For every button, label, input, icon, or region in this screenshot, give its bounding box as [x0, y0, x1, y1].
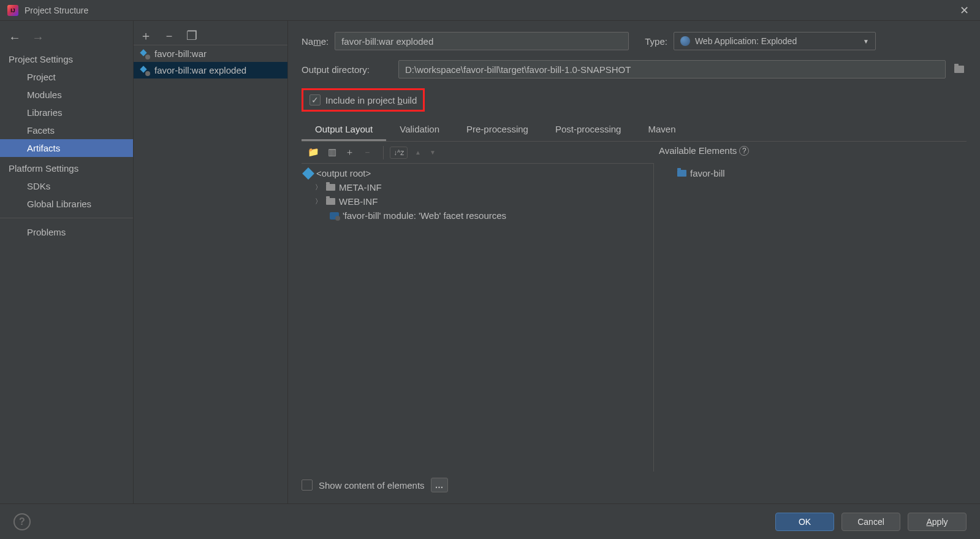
forward-arrow-icon[interactable]: → — [32, 31, 44, 45]
sidebar-item-problems[interactable]: Problems — [0, 223, 133, 241]
main-area: ← → Project Settings Project Modules Lib… — [0, 21, 980, 503]
new-archive-icon[interactable]: ▥ — [327, 145, 338, 159]
show-content-label: Show content of elements — [319, 480, 425, 491]
type-label: Type: — [645, 36, 667, 47]
artifact-list: favor-bill:war favor-bill:war exploded — [134, 45, 287, 503]
web-inf-label: WEB-INF — [339, 196, 378, 207]
new-folder-icon[interactable]: 📁 — [306, 145, 321, 159]
artifact-icon — [140, 49, 150, 59]
tab-maven[interactable]: Maven — [634, 119, 689, 141]
help-button[interactable]: ? — [13, 513, 31, 530]
platform-settings-header: Platform Settings — [0, 157, 133, 177]
browse-folder-icon[interactable] — [952, 62, 967, 77]
sidebar-item-artifacts[interactable]: Artifacts — [0, 139, 133, 157]
sort-icon[interactable]: ↓ᴬᴢ — [390, 147, 408, 159]
artifact-tabs: Output Layout Validation Pre-processing … — [302, 119, 967, 142]
output-tree[interactable]: <output root> 〉 META-INF 〉 WEB-INF 'favo… — [302, 164, 654, 472]
artifact-list-toolbar: ＋ － ❐ — [134, 21, 287, 45]
tab-validation[interactable]: Validation — [386, 119, 453, 141]
folder-icon — [326, 198, 335, 205]
move-up-icon[interactable]: ▲ — [414, 148, 422, 157]
add-copy-icon[interactable]: ＋ — [344, 145, 355, 159]
type-select[interactable]: Web Application: Exploded ▼ — [674, 32, 876, 50]
output-dir-row: Output directory: — [302, 60, 967, 78]
available-elements-header: Available Elements ? — [656, 145, 964, 156]
available-elements-tree[interactable]: favor-bill — [654, 164, 967, 472]
sidebar: ← → Project Settings Project Modules Lib… — [0, 21, 134, 503]
artifact-icon — [140, 66, 150, 75]
ok-button[interactable]: OK — [775, 513, 834, 531]
remove-output-icon[interactable]: － — [362, 145, 373, 159]
name-input[interactable] — [335, 32, 629, 50]
module-folder-icon — [677, 170, 686, 177]
remove-icon[interactable]: － — [163, 29, 175, 42]
sidebar-item-project[interactable]: Project — [0, 68, 133, 86]
globe-icon — [680, 36, 690, 46]
include-in-build-checkbox[interactable]: ✓ — [310, 94, 321, 105]
dialog-footer: ? OK Cancel Apply — [0, 503, 980, 539]
intellij-icon: IJ — [7, 5, 18, 16]
name-label: Name: — [302, 36, 329, 47]
chevron-down-icon: ▼ — [863, 38, 869, 45]
output-dir-label: Output directory: — [302, 64, 392, 75]
toolbar-separator — [383, 146, 384, 159]
artifact-item[interactable]: favor-bill:war exploded — [134, 62, 287, 78]
tab-output-layout[interactable]: Output Layout — [302, 119, 386, 141]
module-icon — [330, 212, 339, 220]
add-icon[interactable]: ＋ — [140, 29, 152, 42]
show-content-row: Show content of elements … — [302, 472, 967, 503]
show-content-ellipsis-button[interactable]: … — [431, 478, 448, 492]
tab-post-processing[interactable]: Post-processing — [542, 119, 635, 141]
facet-resources-node[interactable]: 'favor-bill' module: 'Web' facet resourc… — [302, 208, 653, 223]
output-root-icon — [302, 167, 314, 180]
web-inf-node[interactable]: 〉 WEB-INF — [302, 194, 653, 208]
title-bar: IJ Project Structure ✕ — [0, 0, 980, 21]
artifact-list-panel: ＋ － ❐ favor-bill:war favor-bill:war expl… — [134, 21, 288, 503]
output-layout-toolbar: 📁 ▥ ＋ － ↓ᴬᴢ ▲ ▼ — [302, 142, 654, 164]
sidebar-item-facets[interactable]: Facets — [0, 121, 133, 139]
help-icon[interactable]: ? — [739, 146, 749, 156]
output-root-node[interactable]: <output root> — [302, 166, 653, 180]
back-arrow-icon[interactable]: ← — [9, 31, 21, 45]
sidebar-divider — [0, 218, 133, 218]
artifact-item[interactable]: favor-bill:war — [134, 45, 287, 62]
artifact-item-label: favor-bill:war exploded — [154, 65, 246, 75]
facet-resources-label: 'favor-bill' module: 'Web' facet resourc… — [343, 210, 506, 221]
project-settings-header: Project Settings — [0, 48, 133, 68]
output-layout-area: <output root> 〉 META-INF 〉 WEB-INF 'favo… — [302, 164, 967, 472]
sidebar-item-sdks[interactable]: SDKs — [0, 177, 133, 195]
output-root-label: <output root> — [316, 168, 371, 178]
expander-icon[interactable]: 〉 — [315, 183, 322, 192]
window-title: Project Structure — [25, 6, 88, 15]
include-in-build-label: Include in project build — [325, 95, 417, 105]
tab-pre-processing[interactable]: Pre-processing — [453, 119, 542, 141]
type-select-value: Web Application: Exploded — [695, 36, 797, 46]
close-icon[interactable]: ✕ — [956, 4, 973, 17]
copy-icon[interactable]: ❐ — [186, 29, 197, 42]
artifact-detail-panel: Name: Type: Web Application: Exploded ▼ … — [288, 21, 980, 503]
name-type-row: Name: Type: Web Application: Exploded ▼ — [302, 32, 967, 50]
output-dir-input[interactable] — [398, 60, 946, 78]
meta-inf-node[interactable]: 〉 META-INF — [302, 180, 653, 194]
folder-icon — [326, 184, 335, 191]
show-content-checkbox[interactable] — [302, 480, 313, 491]
meta-inf-label: META-INF — [339, 182, 382, 193]
sidebar-nav: ← → — [0, 21, 133, 48]
include-in-build-highlight: ✓ Include in project build — [302, 88, 967, 112]
artifact-item-label: favor-bill:war — [154, 48, 207, 59]
cancel-button[interactable]: Cancel — [841, 513, 900, 531]
sidebar-item-global-libraries[interactable]: Global Libraries — [0, 195, 133, 213]
move-down-icon[interactable]: ▼ — [428, 148, 437, 157]
apply-button[interactable]: Apply — [908, 513, 967, 531]
available-item[interactable]: favor-bill — [656, 166, 967, 180]
sidebar-item-modules[interactable]: Modules — [0, 86, 133, 104]
available-item-label: favor-bill — [690, 168, 725, 178]
sidebar-item-libraries[interactable]: Libraries — [0, 104, 133, 121]
expander-icon[interactable]: 〉 — [315, 197, 322, 206]
